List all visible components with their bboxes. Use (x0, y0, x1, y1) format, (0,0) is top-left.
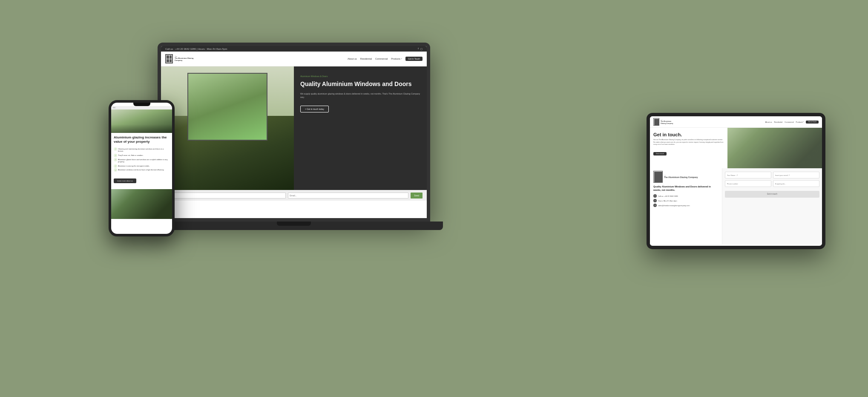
site-topbar: Call us : +44 20 3642 3286 | Hours : Mon… (161, 46, 427, 52)
nav-links: About us Residential Commercial Products… (348, 57, 423, 61)
clock-icon: ⊙ (653, 199, 657, 202)
tablet-company-pane-3 (654, 177, 658, 182)
tablet-nav: The The Aluminium Glazing Company About … (650, 116, 822, 128)
tablet-name-input[interactable] (725, 172, 771, 178)
tablet-company-pane-1 (654, 172, 658, 177)
tablet-logo-pane-2 (656, 119, 658, 122)
tablet-form-panel: Get in touch (722, 168, 822, 245)
phone-checklist-item-4: Aluminium is among the strongest metals. (114, 164, 170, 168)
tablet-company-pane-2 (658, 172, 662, 177)
instagram-icon[interactable]: ◻ (420, 47, 423, 50)
laptop-base (145, 222, 443, 230)
logo-pane-3 (167, 59, 169, 63)
laptop-notch (277, 222, 311, 226)
logo-icon (165, 54, 173, 63)
phone-hero-image (111, 109, 172, 133)
tablet-logo-icon (653, 118, 659, 126)
tablet-bottom-section: The The Aluminium Glazing Company Qualit… (650, 168, 822, 245)
tablet-logo: The The Aluminium Glazing Company (653, 118, 676, 126)
tablet-nav-residential[interactable]: Residential (774, 121, 782, 123)
tablet-submit-button[interactable]: Get in touch (725, 191, 819, 198)
room-window (187, 73, 267, 141)
phone-learn-button[interactable]: Learn more about us (114, 178, 136, 183)
topbar-contact: Call us : +44 20 3642 3286 | Hours : Mon… (165, 48, 227, 50)
phone-screen: 9:41 Aluminium glazing increases the val… (111, 103, 172, 234)
tablet-form-row-1 (725, 172, 819, 178)
phone-topbar: 9:41 (111, 106, 172, 109)
site-nav: The The Aluminium Glazing Company About … (161, 52, 427, 66)
tablet-phone-input[interactable] (725, 180, 771, 187)
nav-residential[interactable]: Residential (360, 58, 372, 60)
tablet-info-panel: The The Aluminium Glazing Company Qualit… (650, 168, 722, 245)
phone-preview-image (111, 189, 172, 219)
phone-content: Aluminium glazing increases the value of… (111, 133, 172, 189)
hero-description: We supply quality aluminium glazing wind… (300, 92, 420, 99)
tablet-company-icon (653, 171, 663, 183)
phone-icon: ☏ (653, 194, 657, 198)
tablet-contact-phone: ☏ Call us: +44 20 3642 3286 (653, 194, 719, 198)
logo-pane-2 (170, 55, 172, 59)
hero-title: Quality Aluminium Windows and Doors (300, 80, 420, 88)
tablet-nav-commercial[interactable]: Commercial (785, 121, 793, 123)
tablet-nav-cta-button[interactable]: Get in Touch (806, 121, 819, 124)
phone-checklist-item-3: Aluminium glazed doors and windows are a… (114, 158, 170, 164)
tablet-logo-pane-4 (656, 122, 658, 125)
form-name-input[interactable] (165, 193, 286, 198)
site-form-bar: Send (161, 190, 427, 201)
tablet-enquiry-input[interactable] (773, 180, 819, 187)
phone-body: 9:41 Aluminium glazing increases the val… (109, 100, 175, 236)
products-dropdown-arrow: ▾ (401, 58, 402, 60)
tablet-contact-email: ✉ sales@thealuminiumglazingcompany.com (653, 204, 719, 207)
tablet-products-dropdown-arrow: ▾ (803, 121, 804, 123)
tablet-company: The The Aluminium Glazing Company (653, 171, 719, 183)
tablet-nav-about[interactable]: About us (765, 121, 772, 123)
logo-pane-4 (170, 59, 172, 63)
tablet-hero-title: Get in touch. (653, 132, 724, 137)
phone-hero-overlay (111, 124, 172, 133)
phone-title: Aluminium glazing increases the value of… (114, 135, 170, 144)
tablet-hero: Get in touch. Here at The Aluminium Glaz… (650, 128, 822, 168)
tablet-logo-pane-3 (654, 122, 656, 125)
nav-cta-button[interactable]: Get in Touch (405, 57, 423, 61)
nav-about[interactable]: About us (348, 58, 357, 60)
laptop-screen: Call us : +44 20 3642 3286 | Hours : Mon… (161, 46, 427, 218)
tablet-form-row-2 (725, 180, 819, 187)
tablet-hero-text: Get in touch. Here at The Aluminium Glaz… (650, 128, 727, 168)
form-email-input[interactable] (288, 193, 408, 198)
phone-status-time: 9:41 (113, 107, 115, 109)
phone-checklist-item-5: Aluminium windows and doors have a high … (114, 168, 170, 172)
tablet-nav-links: About us Residential Commercial Products… (765, 121, 819, 124)
laptop-screen-body: Call us : +44 20 3642 3286 | Hours : Mon… (158, 43, 430, 222)
facebook-icon[interactable]: f (418, 47, 419, 50)
phone-device: 9:41 Aluminium glazing increases the val… (109, 100, 175, 236)
nav-commercial[interactable]: Commercial (375, 58, 388, 60)
nav-products[interactable]: Products ▾ (391, 58, 402, 60)
hero-content: Aluminium Windows & Doors Quality Alumin… (294, 66, 427, 190)
phone-preview-gradient (111, 189, 172, 219)
tablet-company-subtitle: Quality Aluminium Windows and Doors deli… (653, 185, 719, 192)
tablet-hero-image (719, 128, 822, 168)
hero-tag: Aluminium Windows & Doors (300, 75, 420, 78)
tablet-company-pane-4 (658, 177, 662, 182)
form-submit-button[interactable]: Send (411, 193, 423, 198)
tablet-logo-pane-1 (654, 119, 656, 122)
tablet-hero-cta-button[interactable]: Get in touch (653, 152, 667, 155)
tablet-email-input[interactable] (773, 172, 819, 178)
tablet-nav-products[interactable]: Products ▾ (796, 121, 804, 123)
hero-image (161, 66, 294, 190)
tablet-device: The The Aluminium Glazing Company About … (647, 113, 825, 249)
tablet-body: The The Aluminium Glazing Company About … (647, 113, 825, 249)
phone-checklist-item-1: Cleaning and maintaining aluminium windo… (114, 147, 170, 153)
tablet-contact-hours: ⊙ Hours: Mon-Fri 8am-5pm (653, 199, 719, 202)
tablet-screen: The The Aluminium Glazing Company About … (650, 116, 822, 246)
tablet-logo-text: The The Aluminium Glazing Company (661, 119, 676, 124)
phone-notch (133, 103, 150, 106)
tablet-company-text: The The Aluminium Glazing Company (664, 175, 698, 179)
logo-text: The The Aluminium Glazing Company (175, 56, 196, 62)
tablet-hero-description: Here at The Aluminium Glazing Company, w… (653, 139, 724, 146)
laptop-device: Call us : +44 20 3642 3286 | Hours : Mon… (158, 43, 430, 239)
topbar-social: f ◻ (418, 47, 423, 50)
phone-checklist: Cleaning and maintaining aluminium windo… (114, 147, 170, 172)
site-hero: Aluminium Windows & Doors Quality Alumin… (161, 66, 427, 190)
hero-cta-button[interactable]: > Get in touch today (300, 106, 329, 112)
